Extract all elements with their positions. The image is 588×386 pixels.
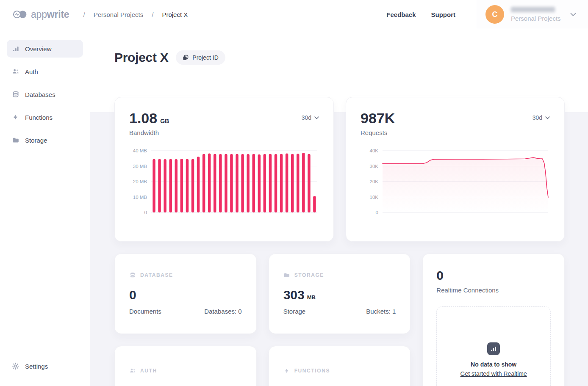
top-bar: appwrite / Personal Projects / Project X… — [0, 0, 588, 29]
svg-text:30 MB: 30 MB — [133, 164, 147, 169]
sidebar-item-settings[interactable]: Settings — [7, 357, 83, 375]
sidebar-item-label: Functions — [25, 114, 53, 121]
svg-text:20K: 20K — [370, 179, 379, 184]
top-nav: Feedback Support — [386, 11, 455, 18]
chevron-down-icon — [314, 116, 319, 119]
realtime-connections-label: Realtime Connections — [436, 287, 551, 294]
bandwidth-range-select[interactable]: 30d — [302, 114, 319, 121]
bandwidth-value: 1.08GB — [129, 111, 169, 125]
requests-value: 987K — [361, 111, 395, 125]
breadcrumb-personal-projects[interactable]: Personal Projects — [94, 11, 144, 18]
users-icon — [12, 68, 19, 75]
svg-text:20 MB: 20 MB — [133, 179, 147, 184]
chevron-down-icon — [545, 116, 550, 119]
bandwidth-card: 1.08GB Bandwidth 30d 40 MB30 MB20 MB10 M… — [114, 97, 334, 242]
avatar: C — [485, 5, 504, 24]
service-cards-grid: DATABASE 0 Documents Databases: 0 STORAG… — [114, 254, 565, 386]
storage-size: 303MB — [283, 289, 396, 301]
support-link[interactable]: Support — [431, 11, 456, 18]
sidebar-item-label: Databases — [25, 91, 55, 98]
sidebar-item-storage[interactable]: Storage — [7, 131, 83, 149]
documents-count: 0 — [129, 289, 242, 301]
sidebar: Overview Auth Databases Functions Storag… — [0, 29, 90, 386]
sidebar-item-databases[interactable]: Databases — [7, 85, 83, 103]
functions-card: FUNCTIONS — [269, 346, 411, 386]
requests-range-select[interactable]: 30d — [533, 114, 550, 121]
database-icon — [12, 91, 19, 98]
appwrite-logo-icon — [13, 10, 27, 19]
breadcrumb-separator: / — [152, 11, 153, 18]
lightning-icon — [12, 113, 19, 121]
folder-icon — [12, 136, 19, 144]
databases-count-label: Databases: 0 — [204, 308, 241, 315]
breadcrumb-separator: / — [83, 11, 85, 18]
no-data-text: No data to show — [471, 361, 516, 368]
auth-section-label: AUTH — [140, 368, 157, 374]
svg-text:10K: 10K — [370, 195, 379, 200]
appwrite-logo-text: appwrite — [31, 9, 69, 20]
storage-section-label: STORAGE — [294, 272, 324, 278]
copy-icon — [183, 55, 189, 61]
auth-card: AUTH — [114, 346, 257, 386]
svg-text:10 MB: 10 MB — [133, 195, 147, 200]
bar-chart-icon — [487, 342, 500, 355]
sidebar-item-functions[interactable]: Functions — [7, 108, 83, 126]
database-card: DATABASE 0 Documents Databases: 0 — [114, 254, 257, 334]
realtime-card: 0 Realtime Connections No data to show G… — [422, 254, 565, 386]
main-content: Project X Project ID 1.08GB Bandwidth 30… — [90, 29, 588, 386]
svg-text:40 MB: 40 MB — [133, 148, 147, 153]
storage-card: STORAGE 303MB Storage Buckets: 1 — [269, 254, 411, 334]
sidebar-item-label: Storage — [25, 137, 47, 144]
sidebar-item-label: Settings — [25, 363, 48, 370]
svg-text:40K: 40K — [370, 148, 379, 153]
functions-section-label: FUNCTIONS — [294, 368, 330, 374]
project-id-button[interactable]: Project ID — [176, 50, 225, 65]
page-title: Project X — [114, 50, 168, 65]
database-section-label: DATABASE — [140, 272, 173, 278]
bar-chart-icon — [12, 45, 19, 52]
redacted-user-name — [511, 7, 555, 12]
bandwidth-label: Bandwidth — [129, 129, 169, 136]
project-id-label: Project ID — [192, 54, 218, 61]
realtime-connections-count: 0 — [436, 269, 551, 282]
sidebar-item-auth[interactable]: Auth — [7, 63, 83, 80]
appwrite-logo[interactable]: appwrite — [13, 9, 69, 20]
chevron-down-icon — [570, 13, 576, 17]
requests-chart: 40K30K20K10K0 — [361, 146, 550, 216]
requests-card: 987K Requests 30d 40K30K20K10K0 — [346, 97, 565, 242]
requests-label: Requests — [361, 129, 395, 136]
user-menu[interactable]: C Personal Projects — [476, 0, 588, 29]
sidebar-item-label: Overview — [25, 45, 52, 52]
user-org-label: Personal Projects — [511, 15, 561, 22]
database-icon — [129, 272, 136, 278]
lightning-icon — [283, 367, 290, 374]
users-icon — [129, 367, 136, 374]
get-started-realtime-link[interactable]: Get started with Realtime — [460, 370, 527, 377]
feedback-link[interactable]: Feedback — [386, 11, 416, 18]
svg-text:0: 0 — [376, 210, 378, 215]
bandwidth-chart: 40 MB30 MB20 MB10 MB0 — [129, 146, 319, 216]
buckets-count-label: Buckets: 1 — [366, 308, 396, 315]
usage-charts-row: 1.08GB Bandwidth 30d 40 MB30 MB20 MB10 M… — [114, 97, 565, 242]
gear-icon — [12, 362, 19, 370]
sidebar-item-label: Auth — [25, 68, 38, 75]
realtime-empty-state: No data to show Get started with Realtim… — [436, 306, 551, 386]
breadcrumb-project[interactable]: Project X — [162, 11, 188, 18]
svg-text:0: 0 — [144, 210, 147, 215]
documents-label: Documents — [129, 308, 161, 315]
storage-label: Storage — [283, 308, 306, 315]
breadcrumb: / Personal Projects / Project X — [83, 11, 188, 18]
sidebar-item-overview[interactable]: Overview — [7, 40, 83, 58]
folder-icon — [283, 272, 290, 278]
svg-text:30K: 30K — [370, 164, 379, 169]
